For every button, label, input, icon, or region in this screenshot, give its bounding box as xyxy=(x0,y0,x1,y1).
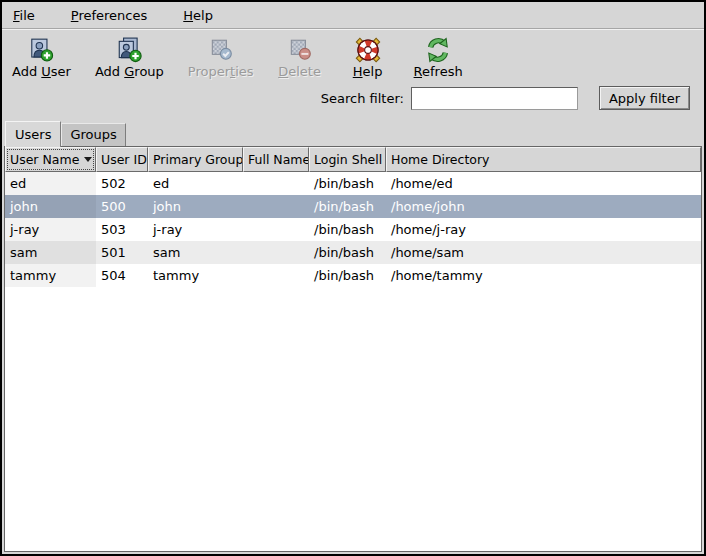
table-row[interactable]: j-ray 503 j-ray /bin/bash /home/j-ray xyxy=(5,218,701,241)
help-button[interactable]: Help xyxy=(346,37,390,79)
properties-icon xyxy=(208,37,234,63)
column-header-home-directory[interactable]: Home Directory xyxy=(386,147,701,172)
add-user-label: Add User xyxy=(12,64,71,79)
properties-button: Properties xyxy=(188,37,254,79)
refresh-label: Refresh xyxy=(414,64,463,79)
delete-button: Delete xyxy=(278,37,322,79)
refresh-button[interactable]: Refresh xyxy=(414,37,463,79)
toolbar: Add User Add Group xyxy=(2,29,704,83)
sort-down-arrow-icon xyxy=(84,157,92,162)
menu-bar: File Preferences Help xyxy=(2,2,704,29)
add-user-button[interactable]: Add User xyxy=(12,37,71,79)
menu-file[interactable]: File xyxy=(8,6,40,25)
column-header-primary-group[interactable]: Primary Group xyxy=(148,147,243,172)
add-group-button[interactable]: Add Group xyxy=(95,37,164,79)
table-row[interactable]: sam 501 sam /bin/bash /home/sam xyxy=(5,241,701,264)
add-group-label: Add Group xyxy=(95,64,164,79)
search-filter-label: Search filter: xyxy=(321,91,404,106)
tab-users[interactable]: Users xyxy=(5,121,61,147)
column-header-user-id[interactable]: User ID xyxy=(96,147,148,172)
help-label: Help xyxy=(353,64,383,79)
properties-label: Properties xyxy=(188,64,254,79)
delete-icon xyxy=(287,37,313,63)
column-header-user-name[interactable]: User Name xyxy=(5,147,96,172)
add-user-icon xyxy=(28,37,54,63)
apply-filter-button[interactable]: Apply filter xyxy=(599,86,690,110)
refresh-icon xyxy=(425,37,451,63)
table-row[interactable]: tammy 504 tammy /bin/bash /home/tammy xyxy=(5,264,701,287)
menu-preferences[interactable]: Preferences xyxy=(66,6,152,25)
table-row[interactable]: john 500 john /bin/bash /home/john xyxy=(5,195,701,218)
user-manager-window: File Preferences Help Add User xyxy=(0,0,706,556)
column-header-full-name[interactable]: Full Name xyxy=(243,147,309,172)
menu-help[interactable]: Help xyxy=(178,6,218,25)
tab-bar: Users Groups xyxy=(2,113,704,146)
users-table: User Name User ID Primary Group Full Nam… xyxy=(4,146,702,552)
search-filter-row: Search filter: Apply filter xyxy=(2,83,704,113)
search-filter-input[interactable] xyxy=(411,87,578,110)
delete-label: Delete xyxy=(278,64,321,79)
column-header-login-shell[interactable]: Login Shell xyxy=(309,147,386,172)
add-group-icon xyxy=(116,37,142,63)
help-icon xyxy=(355,37,381,63)
table-row[interactable]: ed 502 ed /bin/bash /home/ed xyxy=(5,172,701,195)
table-body: ed 502 ed /bin/bash /home/ed john 500 jo… xyxy=(5,172,701,551)
table-header: User Name User ID Primary Group Full Nam… xyxy=(5,147,701,172)
tab-groups[interactable]: Groups xyxy=(61,123,125,146)
